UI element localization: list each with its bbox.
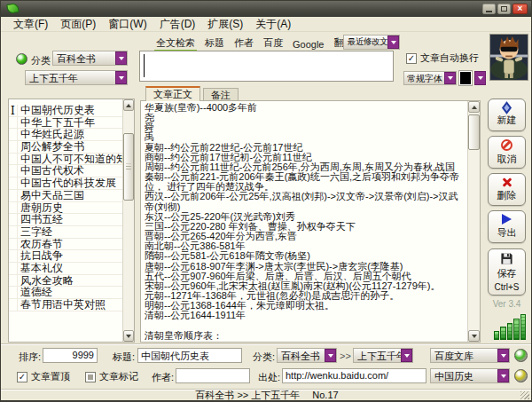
checkbox-checked-icon: ✓ <box>17 372 27 382</box>
export-arrow-icon <box>502 214 512 225</box>
title-input[interactable]: 中国朝代历史表 <box>137 348 242 363</box>
delete-button[interactable]: 删除 <box>488 173 526 206</box>
list-item[interactable]: 易中天品三国 <box>9 190 122 202</box>
source-go-button[interactable] <box>514 349 528 362</box>
save-button[interactable]: 保存 Ctrl+S <box>488 248 526 296</box>
editor-scrollbar[interactable] <box>467 101 480 342</box>
app-window: × 文章(F) 页面(P) 窗口(W) 广告(D) 扩展(S) 关于(A) 全文… <box>0 0 532 402</box>
category-radio-icon[interactable] <box>16 53 27 65</box>
recent-articles-dropdown[interactable]: 最近修改文章 <box>343 35 400 50</box>
menu-bar: 文章(F) 页面(P) 窗口(W) 广告(D) 扩展(S) 关于(A) <box>1 17 532 32</box>
article-body-editor[interactable]: 华夏族(皇帝)--4000多年前 尧 舜 禹 夏朝--约公元前22世纪-公元前1… <box>140 100 481 343</box>
menu-window[interactable]: 窗口(W) <box>103 16 152 33</box>
menu-ad[interactable]: 广告(D) <box>154 16 201 33</box>
article-line <box>145 320 466 330</box>
chevron-down-icon[interactable] <box>401 349 412 362</box>
mark-checkbox[interactable]: 文章标记 <box>85 370 138 383</box>
export-button[interactable]: 导出 <box>488 210 526 243</box>
category-dropdown[interactable]: 百科全书 <box>52 51 128 66</box>
pin-checkbox[interactable]: ✓ 文章置顶 <box>17 370 70 383</box>
article-line: 秦朝--公元前221-元前206年秦王(嬴政)统一六国,之后项羽和刘邦为争夺帝位… <box>145 172 466 192</box>
list-item[interactable]: 中华上下五千年 <box>9 117 122 130</box>
font-color-swatch[interactable] <box>459 71 472 85</box>
author-label: 作者: <box>152 371 174 384</box>
list-item[interactable]: 四书五经 <box>9 214 122 226</box>
editor-scroll-thumb[interactable] <box>468 114 480 150</box>
detail-subcategory-dropdown[interactable]: 上下五千年 <box>353 348 413 363</box>
scroll-down-icon[interactable] <box>123 330 134 342</box>
list-item[interactable]: 中国古代权术 <box>9 165 122 177</box>
details-panel: 排序: 9999 标题: 中国朝代历史表 分类: 百科全书 >> 上下五千年 百… <box>1 343 532 388</box>
list-scrollbar[interactable] <box>122 99 134 342</box>
status-bar: 百科全书 >> 上下五千年 No.17 <box>1 389 532 400</box>
path-arrow: >> <box>340 351 351 361</box>
scroll-down-icon[interactable] <box>468 330 480 342</box>
url-label: 出处: <box>258 371 280 384</box>
close-icon: × <box>518 4 523 13</box>
tab-article-body[interactable]: 文章正文 <box>145 86 200 101</box>
sort-input[interactable]: 9999 <box>43 348 98 363</box>
list-item[interactable]: 基本礼仪 <box>9 263 122 275</box>
font-color-dropdown[interactable] <box>474 71 486 85</box>
chevron-down-icon[interactable] <box>497 349 509 362</box>
autowrap-checkbox[interactable]: ✓ 文章自动换行 <box>406 51 479 65</box>
checkbox-gray-icon <box>85 372 96 382</box>
tag-dropdown[interactable]: 中国历史 <box>430 368 510 383</box>
menu-extension[interactable]: 扩展(S) <box>202 16 248 33</box>
article-line: 禹 <box>145 132 466 142</box>
list-item[interactable]: 三字经 <box>9 226 122 239</box>
search-input[interactable] <box>139 51 394 82</box>
article-text: 华夏族(皇帝)--4000多年前 尧 舜 禹 夏朝--约公元前22世纪-公元前1… <box>145 103 466 340</box>
title-label: 标题: <box>113 351 135 364</box>
minimize-button[interactable] <box>482 4 496 14</box>
list-item[interactable]: 风水全攻略 <box>9 275 122 288</box>
article-line: 唐朝--公元618-907年李渊->唐太宗(李世民)->唐玄宗(李隆基) <box>145 262 466 272</box>
menu-page[interactable]: 页面(P) <box>55 16 101 33</box>
list-item[interactable]: 中华姓氏起源 <box>9 129 122 141</box>
author-input[interactable] <box>176 368 250 383</box>
checkbox-checked-icon: ✓ <box>406 53 417 64</box>
version-label: Ver 3.4 <box>488 299 526 309</box>
list-item[interactable]: 中国朝代历史表 <box>9 105 122 117</box>
article-line: 西汉--公元前206年-公元25年,汉高祖(刘邦)->汉文帝->汉景帝(刘启)-… <box>145 192 466 211</box>
chevron-down-icon[interactable] <box>325 349 336 362</box>
app-leaf-icon <box>6 3 20 14</box>
article-line: 舜 <box>145 122 466 132</box>
list-item[interactable]: 春节用语中英对照 <box>9 299 122 311</box>
detail-category-label: 分类: <box>253 351 275 364</box>
close-button[interactable]: × <box>512 4 528 14</box>
scroll-up-icon[interactable] <box>468 101 480 113</box>
url-input[interactable]: http://wenku.baidu.com/ <box>282 368 426 383</box>
list-item[interactable]: 农历春节 <box>9 239 122 251</box>
avatar <box>489 34 528 81</box>
tab-note[interactable]: 备注 <box>203 88 239 101</box>
list-item[interactable]: 中国人不可不知道的知识 <box>9 154 122 166</box>
scroll-up-icon[interactable] <box>123 99 134 111</box>
text-caret <box>144 54 145 77</box>
restore-button[interactable] <box>497 4 511 14</box>
chevron-down-icon[interactable] <box>387 35 399 49</box>
chevron-down-icon[interactable] <box>497 369 509 382</box>
category-label: 分类 <box>31 54 51 67</box>
list-item[interactable]: 唐朝历史 <box>9 202 122 215</box>
detail-category-dropdown[interactable]: 百科全书 <box>277 348 337 363</box>
article-line: 隋朝--公元581-公元618年隋文帝(杨坚) <box>145 251 466 261</box>
resize-grip[interactable] <box>520 391 529 399</box>
chevron-down-icon[interactable] <box>115 51 127 65</box>
article-list: 中国朝代历史表 中华上下五千年 中华姓氏起源 周公解梦全书 <box>8 99 135 343</box>
tag-go-button[interactable] <box>514 369 528 382</box>
menu-about[interactable]: 关于(A) <box>250 16 296 33</box>
menu-article[interactable]: 文章(F) <box>8 16 53 33</box>
new-button[interactable]: 新建 <box>488 99 526 131</box>
list-item[interactable]: 中国古代的科技发展 <box>9 177 122 190</box>
list-item[interactable]: 周公解梦全书 <box>9 141 122 154</box>
subcategory-dropdown[interactable]: 上下五千年 <box>25 70 128 85</box>
cancel-button[interactable]: 取消 <box>488 136 526 169</box>
list-item[interactable]: 抗日战争 <box>9 250 122 263</box>
source-dropdown[interactable]: 百度文库 <box>430 348 510 363</box>
list-item[interactable]: 道德经 <box>9 287 122 299</box>
chevron-down-icon[interactable] <box>115 71 127 84</box>
font-dropdown[interactable]: 常规字体 <box>403 71 457 85</box>
chevron-down-icon[interactable] <box>444 72 456 84</box>
list-scroll-thumb[interactable] <box>123 133 134 201</box>
